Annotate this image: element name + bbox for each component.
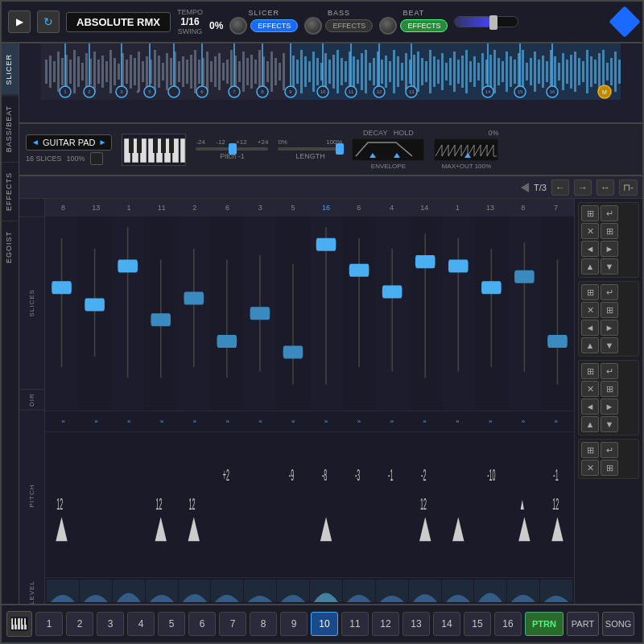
svg-rect-271	[45, 432, 574, 577]
svg-rect-98	[437, 60, 440, 84]
svg-rect-124	[542, 56, 544, 88]
svg-point-164	[168, 86, 180, 97]
svg-rect-254	[47, 411, 572, 432]
num-btn-2[interactable]: 2	[66, 612, 93, 636]
num-btn-15[interactable]: 15	[464, 612, 491, 636]
rg2-btn4[interactable]: ⊞	[601, 302, 618, 318]
seq-forward-btn[interactable]: →	[574, 180, 592, 196]
waveform-svg: 1 2 3 4 5 6 7 8 9 10 11 12 13 14	[19, 43, 642, 100]
preset-prev[interactable]: ◄	[31, 138, 39, 147]
svg-rect-142	[614, 52, 617, 92]
num-btn-9[interactable]: 9	[280, 612, 308, 636]
rg2-btn3[interactable]: ✕	[581, 302, 599, 318]
svg-rect-38	[190, 55, 192, 89]
rg3-btn5[interactable]: ◄	[581, 398, 599, 415]
svg-rect-202	[180, 138, 185, 163]
ptrn-btn[interactable]: PTRN	[525, 612, 564, 636]
svg-rect-39	[194, 50, 196, 93]
slicer-effects-btn[interactable]: EFFECTS	[250, 19, 298, 32]
rg1-btn6[interactable]: ►	[601, 241, 618, 257]
svg-text:12: 12	[420, 494, 427, 513]
pitch-slider[interactable]	[196, 147, 268, 151]
svg-rect-237	[283, 345, 303, 358]
bottom-bar: 1 2 3 4 5 6 7 8 9 10 11 12 13 14 15 16 P…	[2, 604, 642, 642]
svg-rect-208	[352, 138, 424, 161]
rg2-btn8[interactable]: ▼	[601, 337, 618, 353]
rg1-btn3[interactable]: ✕	[581, 223, 599, 239]
part-btn[interactable]: PART	[567, 612, 599, 636]
rg2-btn1[interactable]: ⊞	[581, 284, 599, 300]
level-cell-11	[376, 580, 408, 602]
bass-effects-btn[interactable]: EFFECTS	[325, 19, 373, 32]
song-btn[interactable]: SONG	[602, 612, 634, 636]
rg4-btn2[interactable]: ↵	[601, 442, 618, 458]
master-fader[interactable]	[454, 16, 518, 27]
rg1-btn4[interactable]: ⊞	[601, 223, 618, 239]
num-btn-8[interactable]: 8	[250, 612, 277, 636]
svg-rect-122	[534, 52, 536, 92]
rg2-btn2[interactable]: ↵	[601, 284, 618, 300]
svg-text:»: »	[489, 418, 493, 425]
rg3-btn2[interactable]: ↵	[601, 363, 618, 379]
svg-rect-85	[385, 56, 387, 88]
tab-bass-beat[interactable]: BASS/BEAT	[2, 95, 19, 162]
tab-effects[interactable]: EFFECTS	[2, 162, 19, 221]
rg1-btn5[interactable]: ◄	[581, 241, 599, 257]
num-btn-3[interactable]: 3	[97, 612, 124, 636]
slicer-knob[interactable]	[229, 17, 247, 35]
num-btn-13[interactable]: 13	[402, 612, 430, 636]
num-btn-10[interactable]: 10	[311, 612, 338, 636]
num-btn-11[interactable]: 11	[341, 612, 369, 636]
svg-text:»: »	[94, 418, 98, 425]
num-btn-12[interactable]: 12	[372, 612, 399, 636]
svg-rect-2	[45, 60, 47, 84]
seq-extra-btn[interactable]: ⊓-	[619, 180, 638, 196]
logo[interactable]	[609, 6, 641, 38]
svg-rect-143	[618, 60, 621, 84]
tab-egoist[interactable]: EGOIST	[2, 221, 19, 273]
seq-back-btn[interactable]: ←	[551, 180, 569, 196]
pitch-row: 12 12 12 +2 -9	[45, 432, 574, 578]
piano-btn[interactable]	[6, 611, 32, 637]
rg1-btn1[interactable]: ⊞	[581, 205, 599, 221]
pitch-label: PITCH	[19, 410, 44, 582]
rg3-btn6[interactable]: ►	[601, 398, 618, 415]
rg2-btn7[interactable]: ▲	[581, 337, 599, 353]
loop-button[interactable]: ↻	[37, 10, 60, 33]
rg3-btn1[interactable]: ⊞	[581, 363, 599, 379]
bass-knob[interactable]	[304, 17, 322, 35]
tab-slicer[interactable]: SLICER	[2, 43, 19, 95]
rg2-btn6[interactable]: ►	[601, 320, 618, 336]
num-btn-6[interactable]: 6	[188, 612, 216, 636]
num-btn-4[interactable]: 4	[127, 612, 155, 636]
num-btn-14[interactable]: 14	[433, 612, 460, 636]
time-sig: T/3	[534, 183, 547, 192]
rg3-btn8[interactable]: ▼	[601, 416, 618, 432]
rg4-btn3[interactable]: ✕	[581, 460, 599, 476]
num-btn-5[interactable]: 5	[158, 612, 185, 636]
rg2-btn5[interactable]: ◄	[581, 320, 599, 336]
rg1-btn2[interactable]: ↵	[601, 205, 618, 221]
rg3-btn3[interactable]: ✕	[581, 381, 599, 397]
num-btn-7[interactable]: 7	[219, 612, 246, 636]
num-btn-16[interactable]: 16	[494, 612, 522, 636]
svg-rect-106	[469, 61, 472, 82]
preset-selector[interactable]: ◄ GUITAR PAD ►	[26, 134, 112, 151]
play-button[interactable]: ▶	[8, 10, 31, 33]
preset-next[interactable]: ►	[99, 138, 107, 147]
rg3-btn4[interactable]: ⊞	[601, 381, 618, 397]
length-slider[interactable]	[278, 147, 342, 151]
svg-text:10: 10	[320, 89, 326, 94]
rg1-btn8[interactable]: ▼	[601, 258, 618, 275]
beat-effects-btn[interactable]: EFFECTS	[400, 19, 448, 32]
svg-rect-135	[586, 50, 588, 93]
rnd-btn[interactable]	[90, 152, 103, 165]
rg1-btn7[interactable]: ▲	[581, 258, 599, 275]
svg-rect-81	[369, 63, 371, 80]
beat-knob[interactable]	[379, 17, 397, 35]
seq-resize-btn[interactable]: ↔	[597, 180, 614, 196]
num-btn-1[interactable]: 1	[35, 612, 63, 636]
rg3-btn7[interactable]: ▲	[581, 416, 599, 432]
rg4-btn4[interactable]: ⊞	[601, 460, 618, 476]
rg4-btn1[interactable]: ⊞	[581, 442, 599, 458]
